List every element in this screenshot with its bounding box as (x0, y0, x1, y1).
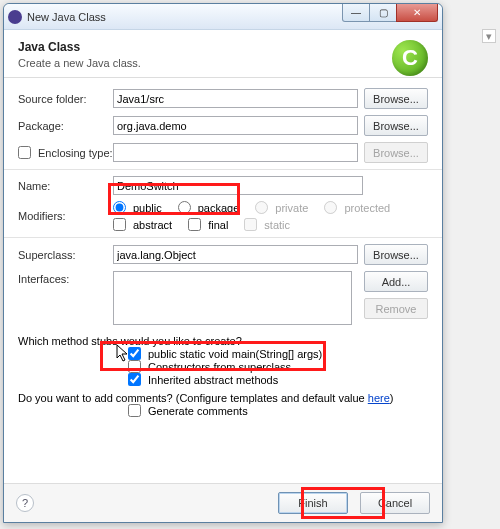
label-interfaces: Interfaces: (18, 271, 113, 285)
label-name: Name: (18, 180, 113, 192)
browse-superclass-button[interactable]: Browse... (364, 244, 428, 265)
enclosing-input (113, 143, 358, 162)
label-modifiers: Modifiers: (18, 210, 113, 222)
banner-heading: Java Class (18, 40, 428, 54)
dialog-footer: ? Finish Cancel (4, 483, 442, 522)
dialog-window: New Java Class — ▢ ✕ Java Class Create a… (3, 3, 443, 523)
check-final[interactable] (188, 218, 201, 231)
browse-enclosing-button: Browse... (364, 142, 428, 163)
browse-package-button[interactable]: Browse... (364, 115, 428, 136)
label-superclass: Superclass: (18, 249, 113, 261)
label-package: Package: (18, 120, 113, 132)
check-static (244, 218, 257, 231)
banner: Java Class Create a new Java class. C (4, 30, 442, 78)
radio-private (255, 201, 268, 214)
cursor-icon (116, 344, 130, 364)
minimize-button[interactable]: — (342, 4, 370, 22)
browse-source-button[interactable]: Browse... (364, 88, 428, 109)
form-area: Source folder: Browse... Package: Browse… (4, 78, 442, 423)
titlebar[interactable]: New Java Class — ▢ ✕ (4, 4, 442, 30)
row-package: Package: Browse... (18, 115, 428, 136)
row-interfaces: Interfaces: Add... Remove (18, 271, 428, 327)
check-inherited[interactable] (128, 373, 141, 386)
name-input[interactable] (113, 176, 363, 195)
help-button[interactable]: ? (16, 494, 34, 512)
banner-subtext: Create a new Java class. (18, 57, 428, 69)
remove-interface-button: Remove (364, 298, 428, 319)
radio-public[interactable] (113, 201, 126, 214)
finish-button[interactable]: Finish (278, 492, 348, 514)
row-name: Name: (18, 176, 428, 195)
radio-package[interactable] (178, 201, 191, 214)
check-generate-comments[interactable] (128, 404, 141, 417)
comments-question: Do you want to add comments? (Configure … (18, 392, 428, 404)
configure-templates-link[interactable]: here (368, 392, 390, 404)
stubs-question: Which method stubs would you like to cre… (18, 335, 428, 347)
row-modifiers: Modifiers: public package private protec… (18, 201, 428, 231)
source-folder-input[interactable] (113, 89, 358, 108)
close-button[interactable]: ✕ (396, 4, 438, 22)
superclass-input[interactable] (113, 245, 358, 264)
dropdown-icon: ▾ (482, 29, 496, 43)
row-superclass: Superclass: Browse... (18, 244, 428, 265)
label-source-folder: Source folder: (18, 93, 113, 105)
radio-protected (324, 201, 337, 214)
window-controls: — ▢ ✕ (343, 4, 438, 22)
class-icon: C (392, 40, 428, 76)
label-enclosing: Enclosing type: (38, 147, 113, 159)
window-title: New Java Class (27, 11, 106, 23)
app-icon (8, 10, 22, 24)
maximize-button[interactable]: ▢ (369, 4, 397, 22)
background-toolbar: ▾ (482, 30, 496, 43)
row-enclosing: Enclosing type: Browse... (18, 142, 428, 163)
interfaces-list[interactable] (113, 271, 352, 325)
add-interface-button[interactable]: Add... (364, 271, 428, 292)
row-source-folder: Source folder: Browse... (18, 88, 428, 109)
enclosing-checkbox[interactable] (18, 146, 31, 159)
check-abstract[interactable] (113, 218, 126, 231)
cancel-button[interactable]: Cancel (360, 492, 430, 514)
package-input[interactable] (113, 116, 358, 135)
